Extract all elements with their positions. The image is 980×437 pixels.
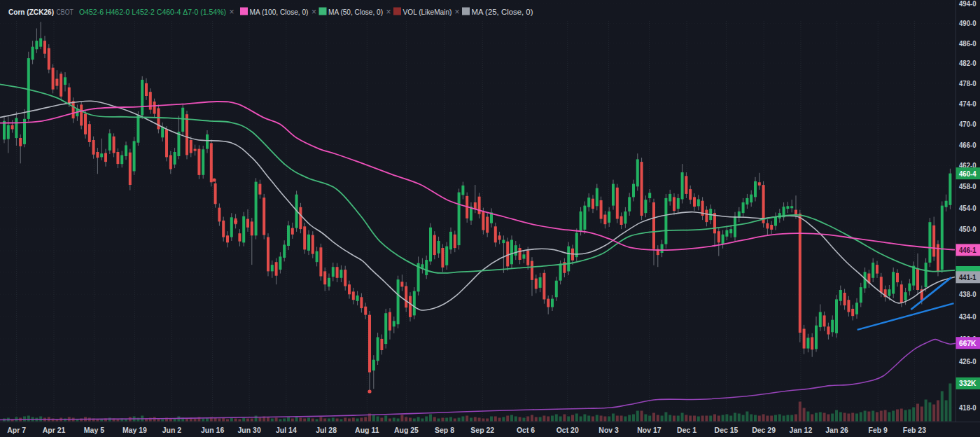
- svg-text:490-0: 490-0: [959, 19, 976, 27]
- svg-text:446-1: 446-1: [959, 246, 976, 254]
- svg-text:441-1: 441-1: [959, 273, 976, 282]
- svg-text:VOL (LikeMain): VOL (LikeMain): [403, 8, 452, 16]
- svg-text:May 5: May 5: [84, 426, 104, 434]
- svg-text:466-0: 466-0: [959, 141, 976, 149]
- svg-text:Feb 23: Feb 23: [903, 426, 926, 434]
- svg-text:Apr 7: Apr 7: [7, 426, 26, 434]
- svg-text:Jan 12: Jan 12: [790, 426, 813, 434]
- svg-text:May 19: May 19: [122, 426, 147, 434]
- svg-text:Jun 2: Jun 2: [162, 426, 182, 434]
- svg-text:×: ×: [229, 7, 234, 17]
- svg-text:Nov 17: Nov 17: [637, 426, 662, 434]
- svg-text:Jan 26: Jan 26: [825, 426, 848, 434]
- svg-text:Oct 6: Oct 6: [517, 426, 535, 434]
- svg-text:434-0: 434-0: [959, 312, 976, 321]
- svg-text:426-0: 426-0: [959, 357, 976, 366]
- svg-text:Aug 25: Aug 25: [394, 426, 419, 434]
- svg-text:460-4: 460-4: [959, 169, 976, 178]
- svg-text:Nov 3: Nov 3: [598, 426, 619, 434]
- svg-text:CBOT: CBOT: [57, 8, 74, 16]
- svg-text:454-0: 454-0: [959, 204, 976, 212]
- svg-text:Dec 1: Dec 1: [677, 426, 696, 434]
- svg-text:458-0: 458-0: [959, 182, 976, 190]
- svg-text:494-0: 494-0: [959, 0, 976, 8]
- svg-text:Aug 11: Aug 11: [355, 426, 379, 434]
- svg-text:332K: 332K: [959, 379, 976, 387]
- svg-text:Dec 29: Dec 29: [752, 426, 776, 434]
- svg-text:667K: 667K: [959, 339, 976, 347]
- svg-text:Oct 20: Oct 20: [556, 426, 579, 434]
- svg-text:Dec 15: Dec 15: [715, 426, 738, 434]
- svg-text:Sep 8: Sep 8: [435, 426, 454, 434]
- svg-text:486-0: 486-0: [959, 39, 976, 48]
- svg-text:Jun 16: Jun 16: [201, 426, 224, 434]
- svg-text:MA (100, Close, 0): MA (100, Close, 0): [250, 8, 309, 16]
- svg-text:Feb 9: Feb 9: [868, 426, 888, 434]
- svg-text:×: ×: [312, 7, 316, 17]
- svg-text:Apr 21: Apr 21: [43, 426, 66, 434]
- svg-text:MA (50, Close, 0): MA (50, Close, 0): [328, 8, 383, 16]
- svg-text:Jun 30: Jun 30: [237, 426, 260, 434]
- svg-text:Sep 22: Sep 22: [470, 426, 494, 434]
- svg-text:Corn (ZCK26): Corn (ZCK26): [8, 8, 54, 16]
- svg-text:482-0: 482-0: [959, 59, 976, 67]
- svg-text:MA (25, Close, 0): MA (25, Close, 0): [472, 8, 533, 16]
- svg-text:470-0: 470-0: [959, 120, 976, 128]
- svg-text:O452-6 H462-0 L452-2 C460-4 Δ7: O452-6 H462-0 L452-2 C460-4 Δ7-0 (1.54%): [79, 8, 226, 16]
- svg-text:418-0: 418-0: [959, 403, 976, 412]
- svg-text:×: ×: [454, 7, 459, 17]
- svg-text:438-0: 438-0: [959, 290, 976, 298]
- svg-text:450-0: 450-0: [959, 225, 976, 233]
- svg-text:478-0: 478-0: [959, 79, 976, 88]
- svg-text:Jul 14: Jul 14: [276, 426, 297, 434]
- svg-text:×: ×: [386, 7, 391, 17]
- svg-text:474-0: 474-0: [959, 99, 976, 108]
- svg-text:Jul 28: Jul 28: [316, 426, 337, 434]
